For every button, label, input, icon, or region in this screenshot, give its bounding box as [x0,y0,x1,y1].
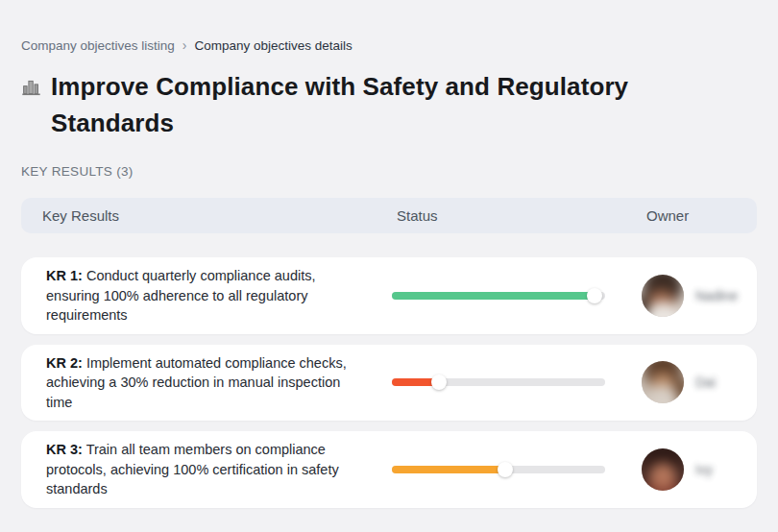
chevron-right-icon: › [182,37,187,53]
progress-fill [392,466,505,473]
progress-knob[interactable] [498,462,513,477]
kr-description: KR 1: Conduct quarterly compliance audit… [46,266,363,326]
progress-slider[interactable] [392,462,605,477]
key-result-row-2[interactable]: KR 2: Implement automated compliance che… [21,345,757,422]
header-status: Status [397,207,646,224]
avatar [642,361,684,403]
kr-description: KR 2: Implement automated compliance che… [46,353,363,413]
owner-name: Dai [695,375,716,390]
breadcrumb: Company objectives listing › Company obj… [21,0,757,53]
progress-fill [392,292,595,300]
kr-label: KR 1: [46,268,83,283]
breadcrumb-objectives-listing[interactable]: Company objectives listing [21,38,175,53]
owner-cell: Dai [642,361,757,403]
header-owner: Owner [646,207,757,224]
progress-slider[interactable] [392,288,605,303]
breadcrumb-objectives-details: Company objectives details [195,38,353,53]
avatar [642,275,684,317]
kr-description: KR 3: Train all team members on complian… [46,440,363,499]
owner-cell: Nadine [642,275,757,317]
progress-knob[interactable] [587,288,602,303]
city-buildings-icon [21,77,41,101]
key-results-count-label: KEY RESULTS (3) [21,164,757,179]
owner-cell: Ivy [642,448,757,491]
key-result-row-1[interactable]: KR 1: Conduct quarterly compliance audit… [21,257,757,334]
objective-details-page: Company objectives listing › Company obj… [0,0,778,508]
header-key-results: Key Results [42,207,397,224]
page-title: Improve Compliance with Safety and Regul… [51,68,685,141]
key-results-list: KR 1: Conduct quarterly compliance audit… [21,257,757,508]
kr-label: KR 2: [46,355,83,371]
kr-label: KR 3: [46,442,83,457]
progress-knob[interactable] [431,375,447,390]
owner-name: Ivy [695,462,713,477]
avatar [642,448,684,491]
progress-slider[interactable] [392,375,605,390]
owner-name: Nadine [695,288,738,303]
key-result-row-3[interactable]: KR 3: Train all team members on complian… [21,431,757,508]
title-row: Improve Compliance with Safety and Regul… [21,68,757,141]
table-header: Key Results Status Owner [21,198,757,233]
